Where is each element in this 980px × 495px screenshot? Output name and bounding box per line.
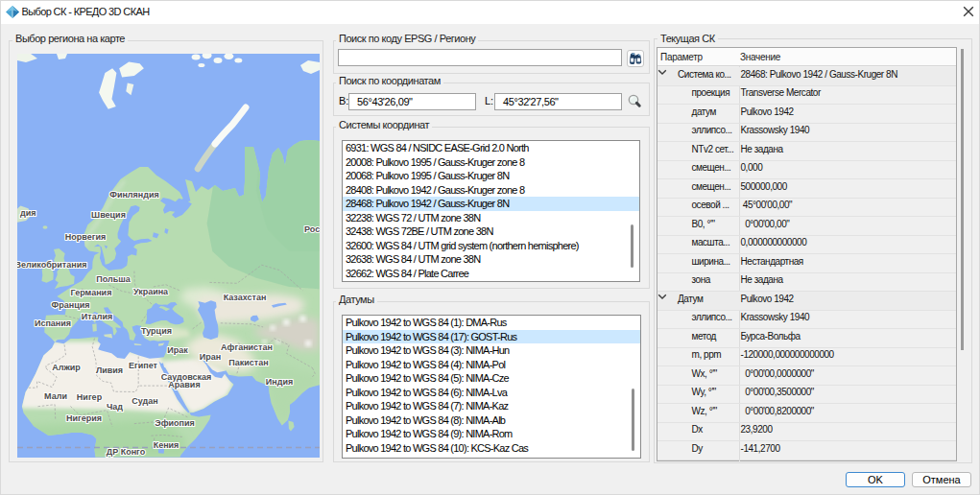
svg-text:Финляндия: Финляндия bbox=[109, 190, 159, 200]
svg-text:Эфиопия: Эфиопия bbox=[155, 418, 195, 428]
svg-text:Испания: Испания bbox=[35, 318, 71, 328]
svg-text:Чад: Чад bbox=[107, 402, 123, 412]
svg-text:Великобритания: Великобритания bbox=[17, 260, 86, 270]
svg-text:Аравия: Аравия bbox=[168, 380, 200, 389]
svg-text:Германия: Германия bbox=[71, 288, 112, 297]
svg-text:Нигер: Нигер bbox=[77, 392, 103, 402]
svg-text:Судан: Судан bbox=[131, 396, 157, 406]
svg-text:Алжир: Алжир bbox=[52, 363, 81, 372]
svg-text:Кения: Кения bbox=[154, 440, 179, 450]
svg-text:Пакистан: Пакистан bbox=[228, 358, 268, 367]
svg-text:Норвегия: Норвегия bbox=[65, 232, 106, 242]
svg-text:Египет: Египет bbox=[129, 361, 158, 370]
svg-text:Польша: Польша bbox=[96, 274, 131, 284]
svg-text:Мали: Мали bbox=[44, 391, 67, 401]
svg-text:Франция: Франция bbox=[52, 300, 90, 310]
svg-text:Казахстан: Казахстан bbox=[224, 293, 267, 302]
svg-text:Россия: Россия bbox=[304, 224, 320, 234]
svg-text:Иран: Иран bbox=[200, 352, 221, 362]
svg-text:Нигерия: Нигерия bbox=[66, 413, 102, 423]
svg-text:Индия: Индия bbox=[266, 377, 293, 387]
svg-text:Ливия: Ливия bbox=[96, 365, 123, 375]
svg-text:Афганистан: Афганистан bbox=[221, 342, 273, 352]
svg-text:дия: дия bbox=[20, 208, 36, 218]
svg-text:Ирак: Ирак bbox=[167, 345, 188, 355]
svg-text:Украина: Украина bbox=[133, 287, 169, 296]
svg-text:ДР Конго: ДР Конго bbox=[107, 447, 146, 457]
svg-text:Турция: Турция bbox=[141, 326, 172, 336]
svg-text:Италия: Италия bbox=[82, 312, 112, 321]
svg-text:Швеция: Швеция bbox=[91, 210, 126, 220]
